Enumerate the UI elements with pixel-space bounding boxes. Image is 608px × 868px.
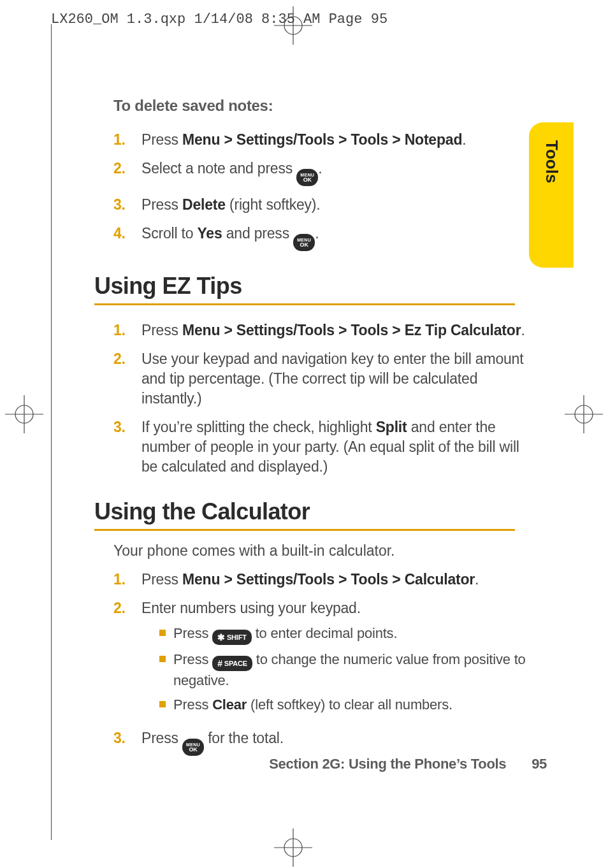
step-number: 1.: [113, 321, 130, 340]
step-number: 1.: [113, 130, 130, 150]
shift-key-icon: ✱SHIFT: [212, 630, 252, 645]
registration-mark-right: [565, 395, 603, 433]
step-number: 3.: [113, 195, 130, 215]
sub-bullets: Press ✱SHIFT to enter decimal points.Pre…: [159, 624, 528, 714]
sub-bullet: Press #SPACE to change the numeric value…: [159, 650, 528, 690]
section-tab: Tools: [529, 122, 574, 268]
step-item: 3.Press Delete (right softkey).: [113, 195, 528, 215]
menu-ok-icon: MENUOK: [293, 234, 315, 251]
step-item: 2.Use your keypad and navigation key to …: [113, 349, 528, 409]
registration-mark-bottom: [274, 828, 312, 867]
print-slug: LX260_OM 1.3.qxp 1/14/08 8:35 AM Page 95: [51, 11, 387, 27]
step-number: 4.: [113, 224, 130, 251]
step-item: 1.Press Menu > Settings/Tools > Tools > …: [113, 570, 528, 590]
menu-ok-icon: MENUOK: [182, 739, 204, 756]
step-item: 4.Scroll to Yes and press MENUOK.: [113, 224, 528, 251]
crop-mark-vertical: [51, 24, 52, 840]
step-item: 3.If you’re splitting the check, highlig…: [113, 417, 528, 477]
registration-mark-top: [274, 6, 312, 45]
bullet-icon: [159, 630, 166, 636]
calculator-steps: 1.Press Menu > Settings/Tools > Tools > …: [113, 570, 528, 755]
sub-bullet: Press Clear (left softkey) to clear all …: [159, 695, 528, 714]
step-item: 2.Select a note and press MENUOK.: [113, 159, 528, 186]
bullet-icon: [159, 656, 166, 662]
calculator-heading: Using the Calculator: [94, 498, 515, 531]
delete-notes-heading: To delete saved notes:: [113, 97, 528, 115]
page-content: To delete saved notes: 1.Press Menu > Se…: [113, 97, 528, 765]
footer-section: Section 2G: Using the Phone’s Tools: [269, 756, 506, 772]
sub-bullet: Press ✱SHIFT to enter decimal points.: [159, 624, 528, 645]
footer-page-number: 95: [532, 756, 547, 772]
space-key-icon: #SPACE: [212, 656, 252, 671]
step-item: 3.Press MENUOK for the total.: [113, 728, 528, 756]
step-number: 2.: [113, 159, 130, 186]
step-number: 2.: [113, 349, 130, 409]
delete-notes-steps: 1.Press Menu > Settings/Tools > Tools > …: [113, 130, 528, 251]
calculator-intro: Your phone comes with a built-in calcula…: [113, 542, 528, 560]
section-tab-label: Tools: [542, 140, 561, 183]
step-number: 2.: [113, 598, 130, 719]
menu-ok-icon: MENUOK: [296, 169, 318, 186]
ez-tips-steps: 1.Press Menu > Settings/Tools > Tools > …: [113, 321, 528, 477]
step-number: 1.: [113, 570, 130, 590]
ez-tips-heading: Using EZ Tips: [94, 273, 515, 305]
step-number: 3.: [113, 417, 130, 477]
registration-mark-left: [5, 395, 43, 433]
step-item: 2.Enter numbers using your keypad.Press …: [113, 598, 528, 719]
bullet-icon: [159, 701, 166, 707]
page-footer: Section 2G: Using the Phone’s Tools 95: [113, 756, 547, 772]
step-number: 3.: [113, 728, 130, 756]
step-item: 1.Press Menu > Settings/Tools > Tools > …: [113, 321, 528, 340]
step-item: 1.Press Menu > Settings/Tools > Tools > …: [113, 130, 528, 150]
